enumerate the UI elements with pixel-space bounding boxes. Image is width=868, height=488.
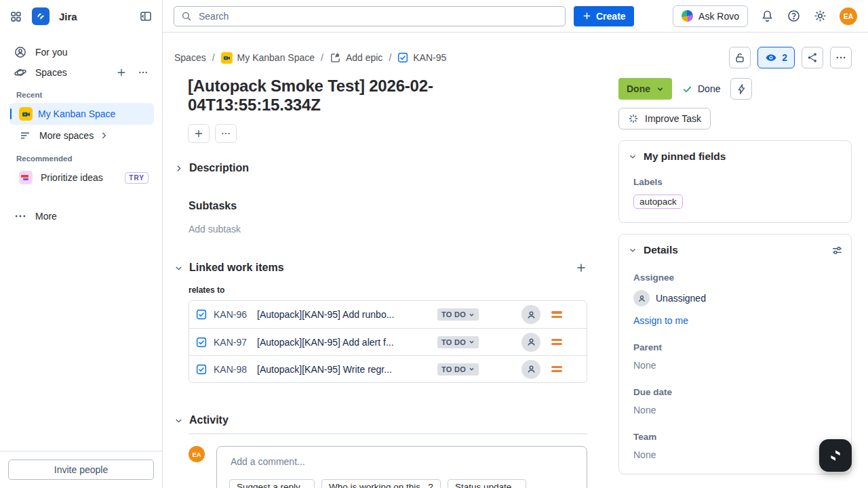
sidebar-item-label: More spaces bbox=[39, 130, 94, 141]
priority-medium-icon[interactable] bbox=[551, 311, 562, 318]
task-checkbox-icon bbox=[196, 364, 207, 375]
linked-item-row[interactable]: KAN-98 [Autopack][KAN-95] Write regr... … bbox=[189, 355, 587, 382]
sidebar-item-my-kanban-space[interactable]: My Kanban Space bbox=[9, 103, 154, 125]
parent-value[interactable]: None bbox=[633, 360, 843, 371]
linked-item-key: KAN-98 bbox=[214, 364, 250, 375]
sidebar-item-more[interactable]: More bbox=[8, 206, 154, 226]
prioritize-ideas-icon bbox=[19, 171, 33, 184]
ellipsis-icon bbox=[835, 52, 847, 64]
breadcrumb-issue-key[interactable]: KAN-95 bbox=[397, 52, 446, 63]
help-icon[interactable] bbox=[787, 9, 801, 23]
sidebar-item-more-spaces[interactable]: More spaces bbox=[9, 125, 154, 146]
sidebar-item-spaces[interactable]: Spaces bbox=[8, 62, 154, 83]
add-space-icon[interactable] bbox=[116, 67, 127, 78]
chevron-down-icon[interactable] bbox=[629, 152, 637, 161]
settings-gear-icon[interactable] bbox=[813, 9, 827, 23]
more-options-button[interactable] bbox=[830, 47, 852, 68]
app-switcher-icon[interactable] bbox=[9, 10, 22, 23]
global-search[interactable] bbox=[174, 6, 566, 26]
status-dropdown[interactable]: TO DO bbox=[437, 308, 479, 321]
status-dropdown[interactable]: TO DO bbox=[437, 336, 479, 348]
chevron-down-icon[interactable] bbox=[629, 246, 637, 254]
user-avatar[interactable]: EA bbox=[840, 7, 857, 25]
breadcrumb-add-epic[interactable]: Add epic bbox=[330, 52, 382, 64]
breadcrumb-spaces[interactable]: Spaces bbox=[174, 52, 206, 63]
sidebar-item-for-you[interactable]: For you bbox=[8, 42, 154, 62]
plus-icon bbox=[193, 128, 204, 139]
description-section-header[interactable]: Description bbox=[174, 162, 587, 174]
add-subtask-field[interactable]: Add subtask bbox=[189, 224, 587, 235]
sidebar-item-label: My Kanban Space bbox=[38, 108, 115, 119]
space-avatar-icon bbox=[19, 107, 33, 121]
share-button[interactable] bbox=[802, 47, 823, 68]
priority-medium-icon[interactable] bbox=[551, 366, 562, 373]
edit-pencil-icon bbox=[330, 52, 341, 64]
team-value[interactable]: None bbox=[633, 449, 843, 460]
lightning-icon bbox=[736, 83, 747, 95]
team-field-label: Team bbox=[633, 432, 843, 442]
create-button-label: Create bbox=[596, 11, 626, 22]
status-dropdown[interactable]: TO DO bbox=[437, 363, 479, 375]
who-working-button[interactable]: Who is working on this...? bbox=[321, 479, 441, 488]
parent-field-label: Parent bbox=[633, 342, 843, 352]
jira-logo-icon[interactable] bbox=[32, 7, 50, 25]
chevron-down-icon[interactable] bbox=[174, 416, 183, 425]
sidebar-item-prioritize-ideas[interactable]: Prioritize ideas TRY bbox=[9, 167, 154, 188]
linked-items-section-header[interactable]: Linked work items bbox=[174, 262, 587, 274]
sparkle-icon bbox=[628, 113, 639, 124]
check-icon bbox=[682, 84, 692, 94]
more-actions-button[interactable] bbox=[215, 124, 237, 143]
lines-icon bbox=[19, 129, 31, 142]
notifications-bell-icon[interactable] bbox=[760, 9, 774, 23]
assignee-avatar[interactable] bbox=[521, 333, 540, 352]
linked-item-row[interactable]: KAN-97 [Autopack][KAN-95] Add alert f...… bbox=[189, 328, 587, 355]
assistant-widget-button[interactable] bbox=[819, 439, 852, 472]
linked-item-title[interactable]: [Autopack][KAN-95] Write regr... bbox=[257, 364, 431, 375]
invite-people-button[interactable]: Invite people bbox=[8, 460, 154, 480]
assign-to-me-link[interactable]: Assign to me bbox=[633, 315, 688, 326]
plus-icon bbox=[582, 11, 592, 21]
linked-item-title[interactable]: [Autopack][KAN-95] Add runbo... bbox=[257, 309, 431, 320]
chevron-down-icon bbox=[656, 85, 664, 93]
issue-main-panel: Spaces / My Kanban Space / Add epic / KA… bbox=[163, 33, 618, 488]
ellipsis-icon bbox=[14, 209, 27, 223]
status-update-button[interactable]: Status update... bbox=[448, 479, 527, 488]
details-title: Details bbox=[644, 244, 678, 256]
suggest-reply-button[interactable]: Suggest a reply... bbox=[229, 479, 315, 488]
comment-box[interactable]: Suggest a reply... Who is working on thi… bbox=[216, 446, 587, 488]
priority-medium-icon[interactable] bbox=[551, 339, 562, 346]
collapse-sidebar-icon[interactable] bbox=[139, 9, 153, 23]
space-avatar-icon bbox=[221, 52, 233, 64]
due-date-value[interactable]: None bbox=[633, 405, 843, 415]
automation-lightning-button[interactable] bbox=[730, 78, 752, 100]
linked-item-row[interactable]: KAN-96 [Autopack][KAN-95] Add runbo... T… bbox=[189, 301, 587, 328]
ask-rovo-button[interactable]: Ask Rovo bbox=[673, 5, 748, 27]
configure-fields-icon[interactable] bbox=[831, 245, 843, 256]
linked-item-title[interactable]: [Autopack][KAN-95] Add alert f... bbox=[257, 337, 431, 348]
chevron-down-icon bbox=[469, 339, 475, 345]
search-input[interactable] bbox=[197, 10, 558, 22]
assignee-avatar[interactable] bbox=[521, 360, 540, 379]
comment-input[interactable] bbox=[229, 455, 574, 468]
create-button[interactable]: Create bbox=[574, 6, 634, 26]
activity-section-header[interactable]: Activity bbox=[174, 414, 587, 426]
chevron-down-icon[interactable] bbox=[174, 264, 183, 272]
sidebar: Jira For you Spaces Recent My Kanban Spa… bbox=[0, 0, 163, 488]
watch-button[interactable]: 2 bbox=[757, 47, 795, 68]
add-button[interactable] bbox=[188, 124, 210, 143]
chevron-right-icon[interactable] bbox=[174, 164, 183, 173]
add-linked-item-icon[interactable] bbox=[575, 262, 587, 274]
issue-title[interactable]: [Autopack Smoke Test] 2026-02-04T13:55:1… bbox=[188, 77, 540, 115]
spaces-more-icon[interactable] bbox=[138, 67, 149, 78]
resolution-indicator: Done bbox=[682, 83, 720, 94]
assignee-avatar[interactable] bbox=[521, 305, 540, 324]
restrict-access-button[interactable] bbox=[729, 47, 751, 68]
label-tag[interactable]: autopack bbox=[633, 195, 683, 209]
status-dropdown-button[interactable]: Done bbox=[618, 78, 672, 100]
breadcrumb-space[interactable]: My Kanban Space bbox=[221, 52, 315, 64]
improve-task-button[interactable]: Improve Task bbox=[618, 108, 711, 129]
linked-item-key: KAN-97 bbox=[214, 337, 250, 348]
unassigned-avatar-icon bbox=[633, 290, 650, 306]
task-checkbox-icon bbox=[196, 309, 207, 320]
assignee-value[interactable]: Unassigned bbox=[633, 290, 843, 306]
